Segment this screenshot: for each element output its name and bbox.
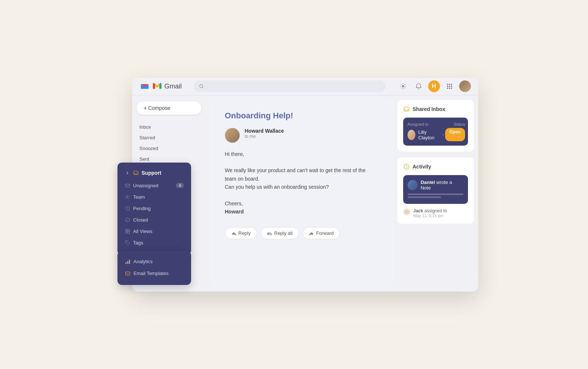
- floating-analytics-sidebar: Analytics Email Templates: [117, 251, 191, 285]
- assignee-name: Lilly Clayton: [418, 129, 438, 140]
- sidebar-section-header: Support: [122, 168, 187, 177]
- reply-all-label: Reply all: [274, 230, 293, 236]
- note-card: Daniel wrote a Note: [403, 175, 468, 204]
- assign-section: Assigned to Lilly Clayton: [403, 118, 468, 146]
- forward-button[interactable]: Forward: [303, 227, 340, 239]
- closed-label: Closed: [133, 217, 148, 223]
- note-author: Daniel: [420, 180, 435, 185]
- svg-rect-14: [405, 210, 408, 213]
- unassigned-label: Unassigned: [133, 183, 159, 188]
- activity-entry-icon: [403, 208, 411, 216]
- assignee-avatar: [408, 130, 416, 140]
- closing: Cheers,: [225, 199, 378, 208]
- sidebar-nav-all-views[interactable]: All Views: [122, 226, 187, 237]
- email-body: Hi there, We really like your product an…: [225, 150, 378, 216]
- assignee-info: Lilly Clayton: [408, 129, 445, 140]
- email-templates-label: Email Templates: [134, 271, 169, 276]
- svg-rect-27: [127, 261, 128, 264]
- body-line-2: Can you help us with an onboarding sessi…: [225, 183, 378, 191]
- svg-rect-3: [447, 84, 448, 85]
- chevron-down-icon: [441, 132, 445, 137]
- assignee-column: Assigned to Lilly Clayton: [408, 122, 445, 140]
- search-icon: [199, 84, 204, 89]
- svg-rect-24: [128, 232, 130, 233]
- starred-label: Starred: [140, 135, 155, 140]
- reply-all-icon: [267, 230, 272, 236]
- sender-avatar: [225, 128, 240, 143]
- sidebar-nav-closed[interactable]: Closed: [122, 215, 187, 225]
- sender-info: Howard Wallace to me: [245, 128, 284, 139]
- sidebar-nav-team[interactable]: Team: [122, 192, 187, 202]
- svg-rect-8: [451, 86, 452, 87]
- activity-icon: [403, 163, 410, 170]
- note-line-2: [408, 196, 441, 198]
- support-section-label: Support: [142, 170, 162, 176]
- chevron-right-icon: [125, 170, 130, 175]
- all-views-icon: [125, 229, 130, 234]
- settings-button[interactable]: [397, 80, 409, 92]
- forward-icon: [309, 230, 314, 236]
- activity-entry: Jack assigned to May 11, 8:15 pm: [403, 208, 468, 218]
- topbar: Gmail: [132, 78, 478, 95]
- sidebar-item-inbox[interactable]: Inbox: [137, 122, 201, 132]
- account-initial-button[interactable]: H: [428, 80, 440, 92]
- analytics-icon: [125, 259, 131, 265]
- note-text: Daniel wrote a Note: [420, 180, 463, 191]
- sender-name: Howard Wallace: [245, 128, 284, 134]
- activity-label: Activity: [413, 164, 432, 170]
- sidebar-nav-pending[interactable]: Pending: [122, 203, 187, 214]
- bell-icon: [415, 83, 422, 90]
- mail-icon: [405, 210, 409, 214]
- activity-action: assigned to: [425, 208, 447, 213]
- svg-rect-6: [447, 86, 448, 87]
- svg-rect-26: [126, 262, 127, 264]
- tags-icon: [125, 240, 130, 246]
- analytics-item[interactable]: Analytics: [122, 256, 187, 267]
- shared-inbox-card: Shared Inbox Assigned to Lilly Clayton: [397, 100, 474, 152]
- svg-rect-11: [451, 88, 452, 89]
- inbox-icon: [403, 106, 410, 112]
- reply-label: Reply: [239, 230, 251, 236]
- pending-icon: [125, 206, 130, 211]
- status-value: Open: [450, 129, 461, 135]
- email-templates-icon: [125, 271, 131, 276]
- tags-label: Tags: [133, 240, 143, 246]
- grid-button[interactable]: [444, 80, 455, 92]
- email-templates-item[interactable]: Email Templates: [122, 268, 187, 279]
- note-line-1: [408, 194, 464, 195]
- email-panel: Onboarding Help! Howard Wallace to me Hi…: [210, 100, 393, 287]
- snoozed-label: Snoozed: [140, 146, 158, 151]
- sidebar-item-starred[interactable]: Starred: [137, 133, 201, 143]
- svg-rect-23: [125, 232, 127, 233]
- support-inbox-icon: [133, 170, 139, 176]
- pending-label: Pending: [133, 206, 151, 211]
- activity-time: May 11, 8:15 pm: [413, 213, 447, 218]
- activity-title: Activity: [403, 163, 468, 170]
- reply-all-button[interactable]: Reply all: [261, 227, 299, 239]
- compose-button[interactable]: + Compose: [137, 101, 201, 115]
- svg-rect-7: [449, 86, 450, 87]
- email-actions: Reply Reply all Forward: [225, 227, 378, 239]
- sidebar-nav-tags[interactable]: Tags: [122, 237, 187, 248]
- grid-icon: [446, 83, 453, 90]
- svg-point-25: [126, 241, 127, 242]
- forward-label: Forward: [316, 230, 334, 236]
- status-badge[interactable]: Open: [445, 128, 465, 141]
- search-bar[interactable]: [194, 80, 385, 92]
- note-avatar: [408, 180, 418, 190]
- reply-button[interactable]: Reply: [225, 227, 257, 239]
- activity-entry-text: Jack assigned to May 11, 8:15 pm: [413, 208, 447, 218]
- notifications-button[interactable]: [413, 80, 425, 92]
- team-icon: [125, 194, 130, 200]
- user-avatar[interactable]: [459, 80, 471, 92]
- svg-rect-29: [126, 272, 130, 275]
- inbox-label: Inbox: [140, 124, 151, 130]
- note-lines: [408, 194, 464, 198]
- sidebar-item-snoozed[interactable]: Snoozed: [137, 143, 201, 153]
- note-header: Daniel wrote a Note: [408, 180, 464, 191]
- svg-rect-10: [449, 88, 450, 89]
- unassigned-count: 4: [176, 183, 183, 188]
- activity-entry-description: Jack assigned to: [413, 208, 447, 213]
- sender-to: to me: [245, 134, 284, 139]
- sidebar-nav-unassigned[interactable]: Unassigned 4: [122, 180, 187, 191]
